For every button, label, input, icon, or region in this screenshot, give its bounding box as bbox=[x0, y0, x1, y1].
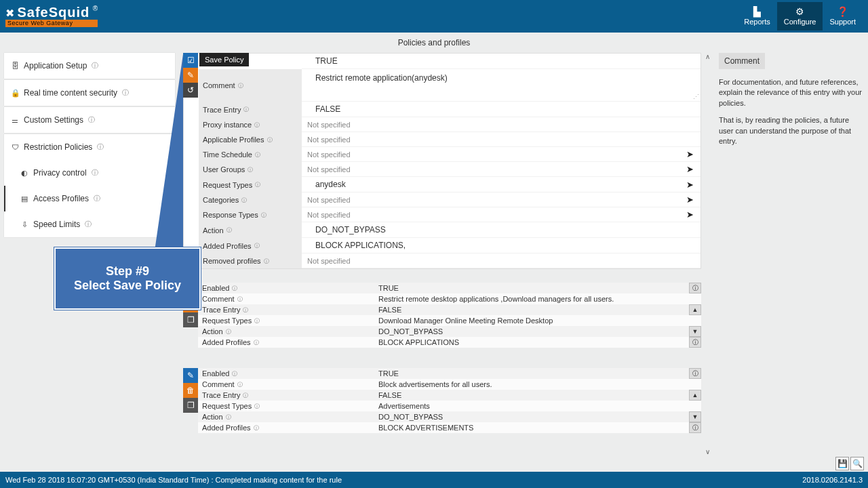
sidebar-app-setup[interactable]: 🗄Application Setupⓘ bbox=[4, 53, 175, 79]
edit-button[interactable]: ✎ bbox=[183, 68, 198, 83]
info-btn[interactable]: ⓘ bbox=[689, 368, 701, 379]
info-icon: ⓘ bbox=[88, 115, 95, 125]
sidebar-speed[interactable]: ⇩Speed Limitsⓘ bbox=[4, 211, 175, 237]
info-icon: ⓘ bbox=[267, 136, 273, 144]
time-value[interactable]: Not specified➤ bbox=[302, 147, 701, 162]
resptypes-label: Response Types bbox=[203, 211, 258, 219]
info-icon: ⓘ bbox=[264, 258, 269, 265]
gears-icon: ⚙ bbox=[784, 6, 816, 18]
reqtypes-value[interactable]: anydesk➤ bbox=[302, 177, 701, 192]
sidebar-privacy[interactable]: ◐Privacy controlⓘ bbox=[4, 160, 175, 186]
callout-step: Step #9 bbox=[106, 264, 149, 279]
lock-icon: 🔒 bbox=[11, 89, 19, 98]
added-label: Added Profiles bbox=[203, 242, 252, 250]
save-icon[interactable]: 💾 bbox=[835, 457, 849, 470]
logo-text: SafeSquid bbox=[17, 5, 90, 20]
applicable-value[interactable]: Not specified bbox=[302, 132, 701, 147]
proxy-value[interactable]: Not specified bbox=[302, 117, 701, 132]
user-value[interactable]: Not specified➤ bbox=[302, 162, 701, 177]
proxy-label: Proxy instance bbox=[203, 121, 252, 129]
briefcase-icon: 🗄 bbox=[11, 62, 19, 70]
down-btn[interactable]: ▼ bbox=[689, 411, 701, 422]
help-panel: Comment For documentation, and future re… bbox=[719, 53, 864, 455]
info-icon: ⓘ bbox=[94, 194, 100, 203]
info-icon: ⓘ bbox=[248, 166, 253, 174]
info-icon: ⓘ bbox=[243, 106, 249, 113]
logo: ✖ SafeSquid ® Secure Web Gateway bbox=[5, 5, 98, 27]
scrollbar[interactable]: ∧ ∨ bbox=[705, 53, 715, 455]
comment-label: Comment bbox=[203, 81, 235, 89]
page-title: Policies and profiles bbox=[0, 33, 868, 53]
callout-action: Select Save Policy bbox=[74, 279, 181, 293]
chart-icon: ▙ bbox=[744, 6, 770, 18]
callout-pointer bbox=[155, 54, 183, 251]
edit-button[interactable]: ✎ bbox=[183, 368, 198, 383]
send-icon[interactable]: ➤ bbox=[686, 164, 694, 174]
info-icon: ⓘ bbox=[122, 88, 129, 98]
help-text-2: That is, by reading the policies, a futu… bbox=[719, 115, 864, 146]
delete-button[interactable]: 🗑 bbox=[183, 383, 198, 398]
header-nav: ▙Reports ⚙Configure ❓Support bbox=[737, 2, 863, 30]
logo-reg: ® bbox=[93, 5, 98, 12]
info-btn[interactable]: ⓘ bbox=[689, 283, 701, 293]
header-bar: ✖ SafeSquid ® Secure Web Gateway ▙Report… bbox=[0, 0, 868, 33]
info-icon: ⓘ bbox=[255, 151, 260, 159]
added-value[interactable]: BLOCK APPLICATIONS, bbox=[302, 238, 701, 253]
info-icon: ⓘ bbox=[85, 220, 92, 229]
summary-block-1: 🗑 ❐ EnabledⓘTRUEⓘ CommentⓘRestrict remot… bbox=[183, 283, 701, 348]
resptypes-value[interactable]: Not specified➤ bbox=[302, 207, 701, 222]
resize-icon: ⋰ bbox=[693, 94, 699, 100]
info-btn[interactable]: ⓘ bbox=[689, 422, 701, 433]
enabled-value[interactable]: TRUE bbox=[302, 54, 701, 69]
copy-button[interactable]: ❐ bbox=[183, 398, 198, 413]
down-btn[interactable]: ▼ bbox=[689, 326, 701, 337]
send-icon[interactable]: ➤ bbox=[686, 195, 694, 205]
action-value[interactable]: DO_NOT_BYPASS bbox=[302, 222, 701, 238]
sidebar-custom[interactable]: ⚌Custom Settingsⓘ bbox=[4, 107, 175, 133]
sidebar-realtime[interactable]: 🔒Real time content securityⓘ bbox=[4, 80, 175, 106]
info-icon: ⓘ bbox=[97, 142, 104, 152]
info-icon: ⓘ bbox=[254, 121, 260, 129]
save-policy-button[interactable]: ☑ bbox=[183, 53, 198, 68]
nav-support[interactable]: ❓Support bbox=[823, 2, 863, 30]
help-text-1: For documentation, and future references… bbox=[719, 77, 864, 108]
info-icon: ⓘ bbox=[92, 168, 98, 178]
help-title: Comment bbox=[719, 53, 765, 69]
nav-reports[interactable]: ▙Reports bbox=[737, 2, 777, 30]
info-icon: ⓘ bbox=[254, 242, 260, 249]
categories-value[interactable]: Not specified➤ bbox=[302, 192, 701, 207]
save-tooltip: Save Policy bbox=[199, 53, 249, 66]
question-icon: ❓ bbox=[829, 6, 856, 18]
time-label: Time Schedule bbox=[203, 150, 252, 159]
info-icon: ⓘ bbox=[226, 226, 232, 234]
comment-input[interactable]: Restrict remote application(anydesk)⋰ bbox=[302, 69, 701, 102]
copy-button[interactable]: ❐ bbox=[183, 312, 198, 327]
info-btn[interactable]: ⓘ bbox=[689, 337, 701, 348]
info-icon: ⓘ bbox=[261, 211, 267, 219]
eye-icon: ◐ bbox=[20, 169, 28, 178]
info-icon: ⓘ bbox=[255, 181, 260, 188]
send-icon[interactable]: ➤ bbox=[686, 209, 694, 220]
removed-label: Removed profiles bbox=[203, 257, 261, 265]
sidebar-restriction[interactable]: 🛡Restriction Policiesⓘ bbox=[4, 134, 175, 160]
sliders-icon: ⚌ bbox=[11, 116, 19, 125]
info-icon: ⓘ bbox=[92, 61, 98, 70]
applicable-label: Applicable Profiles bbox=[203, 136, 264, 144]
list-icon: ▤ bbox=[20, 195, 28, 203]
up-btn[interactable]: ▲ bbox=[689, 390, 701, 401]
step-callout: Step #9 Select Save Policy bbox=[54, 247, 201, 310]
info-icon: ⓘ bbox=[238, 82, 243, 89]
search-icon[interactable]: 🔍 bbox=[850, 457, 864, 470]
trace-value[interactable]: FALSE bbox=[302, 102, 701, 117]
history-button[interactable]: ↺ bbox=[183, 83, 198, 98]
up-btn[interactable]: ▲ bbox=[689, 304, 701, 315]
sidebar-access[interactable]: ▤Access Profilesⓘ bbox=[4, 186, 175, 211]
download-icon: ⇩ bbox=[20, 220, 28, 229]
removed-value[interactable]: Not specified bbox=[302, 253, 701, 268]
footer-version: 2018.0206.2141.3 bbox=[802, 476, 863, 484]
send-icon[interactable]: ➤ bbox=[686, 180, 694, 190]
categories-label: Categories bbox=[203, 196, 239, 204]
trace-label: Trace Entry bbox=[203, 106, 241, 114]
send-icon[interactable]: ➤ bbox=[686, 149, 694, 159]
nav-configure[interactable]: ⚙Configure bbox=[777, 2, 823, 30]
